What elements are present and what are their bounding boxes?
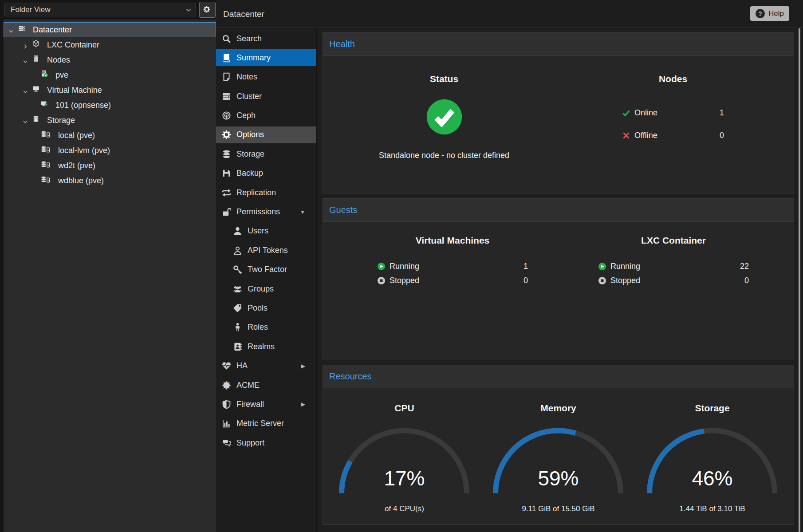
expander-down-icon[interactable] bbox=[22, 57, 28, 63]
expander-down-icon[interactable] bbox=[22, 87, 28, 93]
menu-item-ha[interactable]: HA▶ bbox=[216, 358, 316, 374]
cluster-icon bbox=[222, 92, 231, 101]
key-icon bbox=[233, 265, 242, 274]
menu-item-roles[interactable]: Roles bbox=[216, 319, 316, 336]
tree-item-101-opnsense[interactable]: 101 (opnsense) bbox=[4, 98, 216, 113]
book-icon bbox=[222, 53, 231, 63]
menu-item-label: Realms bbox=[248, 342, 275, 351]
expander-right-icon[interactable] bbox=[22, 42, 28, 48]
expander-down-icon[interactable] bbox=[8, 27, 14, 33]
menu-item-options[interactable]: Options bbox=[216, 126, 316, 143]
tree-item-nodes[interactable]: Nodes bbox=[4, 52, 216, 67]
gauge-percent: 46% bbox=[634, 466, 791, 490]
server-icon bbox=[18, 25, 28, 35]
menu-item-storage[interactable]: Storage bbox=[216, 146, 316, 162]
expander-right-icon bbox=[22, 43, 28, 50]
node-row-value: 0 bbox=[720, 131, 724, 140]
guests-column-heading-lxc-container: LXC Container bbox=[585, 235, 762, 246]
guests-column-heading-virtual-machines: Virtual Machines bbox=[364, 235, 541, 246]
menu-item-support[interactable]: Support bbox=[216, 434, 316, 451]
gauge-heading: CPU bbox=[326, 403, 483, 414]
expander-down-icon bbox=[22, 59, 28, 65]
tree-item-storage[interactable]: Storage bbox=[4, 113, 216, 128]
submenu-collapsed-icon[interactable]: ▶ bbox=[301, 363, 305, 369]
cube-icon bbox=[32, 40, 42, 50]
menu-item-ceph[interactable]: Ceph bbox=[216, 107, 316, 124]
node-status-rows: Online1Offline0 bbox=[622, 107, 724, 152]
guest-row-label: Stopped bbox=[610, 276, 640, 285]
menu-item-label: Storage bbox=[236, 150, 264, 159]
submenu-expanded-icon[interactable]: ▼ bbox=[300, 209, 305, 215]
help-button[interactable]: ? Help bbox=[750, 6, 789, 21]
health-panel: Health Status Nodes Standalone node - no… bbox=[323, 32, 794, 193]
running-icon bbox=[598, 262, 606, 271]
node-row-value: 1 bbox=[720, 108, 724, 118]
stopped-icon bbox=[377, 276, 386, 285]
menu-item-label: Metric Server bbox=[236, 419, 284, 428]
check-icon bbox=[622, 109, 630, 117]
badge-icon bbox=[222, 381, 231, 390]
menu-item-api-tokens[interactable]: API Tokens bbox=[216, 242, 316, 259]
tree-item-lxc-container[interactable]: LXC Container bbox=[4, 37, 216, 52]
node-row-offline: Offline0 bbox=[622, 130, 724, 141]
tree-settings-button[interactable] bbox=[199, 2, 216, 18]
tree-item-label: 101 (opnsense) bbox=[55, 101, 111, 110]
menu-item-pools[interactable]: Pools bbox=[216, 299, 316, 316]
heartbeat-icon bbox=[222, 361, 231, 370]
guest-row-value: 22 bbox=[740, 262, 749, 271]
shield-icon bbox=[222, 400, 231, 409]
tree-item-pve[interactable]: pve bbox=[4, 67, 216, 83]
stopped-icon bbox=[598, 276, 606, 285]
tree-item-wdblue-pve[interactable]: wdblue (pve) bbox=[4, 173, 216, 188]
user-outline-icon bbox=[233, 246, 242, 255]
menu-item-replication[interactable]: Replication bbox=[216, 184, 316, 201]
node-row-label: Offline bbox=[634, 131, 657, 140]
menu-item-label: Pools bbox=[248, 303, 268, 313]
database-drive-icon bbox=[41, 146, 53, 155]
menu-item-cluster[interactable]: Cluster bbox=[216, 88, 316, 105]
menu-item-label: ACME bbox=[236, 381, 260, 390]
tree-item-label: pve bbox=[55, 71, 68, 80]
tree-item-label: Virtual Machine bbox=[47, 86, 102, 95]
menu-item-two-factor[interactable]: Two Factor bbox=[216, 261, 316, 278]
menu-item-label: Firewall bbox=[236, 400, 264, 409]
menu-item-backup[interactable]: Backup bbox=[216, 165, 316, 182]
role-icon bbox=[233, 323, 242, 332]
tree-item-local-lvm-pve[interactable]: local-lvm (pve) bbox=[4, 143, 216, 158]
menu-item-acme[interactable]: ACME bbox=[216, 377, 316, 394]
menu-item-label: Groups bbox=[248, 284, 274, 294]
menu-item-notes[interactable]: Notes bbox=[216, 69, 316, 86]
menu-item-label: Options bbox=[236, 130, 264, 139]
menu-item-realms[interactable]: Realms bbox=[216, 338, 316, 355]
tree-item-local-pve[interactable]: local (pve) bbox=[4, 128, 216, 143]
database-icon bbox=[222, 150, 231, 159]
tree-item-label: LXC Container bbox=[47, 40, 99, 50]
gauge-percent: 17% bbox=[326, 466, 483, 490]
gauge-sub-label: 1.44 TiB of 3.10 TiB bbox=[634, 504, 791, 513]
cross-icon bbox=[622, 131, 630, 140]
tree-item-label: local (pve) bbox=[58, 131, 95, 140]
building-icon bbox=[32, 55, 42, 65]
menu-item-groups[interactable]: Groups bbox=[216, 280, 316, 297]
guest-row-label: Running bbox=[610, 262, 640, 271]
chevron-down-icon bbox=[185, 5, 191, 14]
users-icon bbox=[233, 284, 242, 294]
menu-item-firewall[interactable]: Firewall▶ bbox=[216, 396, 316, 413]
menu-item-users[interactable]: Users bbox=[216, 223, 316, 240]
tree-item-datacenter[interactable]: Datacenter bbox=[4, 22, 216, 37]
expander-down-icon[interactable] bbox=[22, 117, 28, 123]
tree-item-virtual-machine[interactable]: Virtual Machine bbox=[4, 83, 216, 98]
content-scrollbar[interactable] bbox=[799, 28, 800, 532]
tree-item-label: wdblue (pve) bbox=[58, 176, 104, 185]
guest-row-value: 0 bbox=[744, 276, 749, 285]
scrollbar-thumb[interactable] bbox=[799, 28, 800, 532]
tree-item-wd2t-pve[interactable]: wd2t (pve) bbox=[4, 158, 216, 173]
folder-view-select[interactable]: Folder View bbox=[4, 3, 196, 16]
menu-item-search[interactable]: Search bbox=[216, 30, 316, 47]
tree: DatacenterLXC ContainerNodespveVirtual M… bbox=[4, 20, 216, 532]
ceph-icon bbox=[222, 111, 231, 120]
menu-item-summary[interactable]: Summary bbox=[216, 49, 316, 66]
submenu-collapsed-icon[interactable]: ▶ bbox=[301, 401, 305, 407]
menu-item-metric-server[interactable]: Metric Server bbox=[216, 415, 316, 432]
menu-item-permissions[interactable]: Permissions▼ bbox=[216, 204, 316, 221]
